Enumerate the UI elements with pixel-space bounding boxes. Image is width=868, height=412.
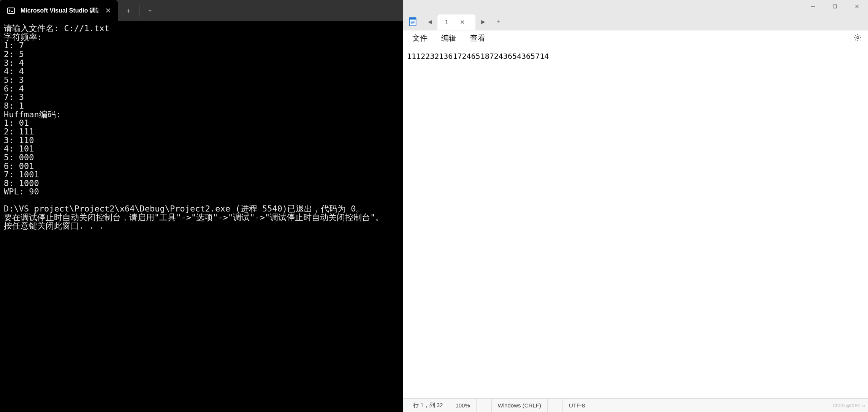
notepad-editor[interactable]: 1112232136172465187243654365714: [403, 46, 868, 398]
console-line: 按任意键关闭此窗口. . .: [4, 222, 399, 230]
console-line: 6: 4: [4, 85, 399, 93]
editor-content: 1112232136172465187243654365714: [407, 52, 549, 61]
close-icon[interactable]: ✕: [460, 19, 465, 26]
svg-point-8: [857, 36, 859, 39]
new-tab-button[interactable]: ＋: [491, 13, 506, 30]
console-line: 5: 000: [4, 153, 399, 162]
notepad-menubar: 文件 编辑 查看: [403, 30, 868, 46]
console-line: 4: 101: [4, 145, 399, 153]
console-line: 3: 110: [4, 136, 399, 145]
console-line: 字符频率:: [4, 33, 399, 42]
status-eol: Windows (CRLF): [492, 399, 548, 412]
svg-rect-0: [8, 8, 14, 14]
console-line: 8: 1: [4, 102, 399, 110]
menu-file[interactable]: 文件: [405, 31, 434, 46]
console-line: Huffman编码:: [4, 110, 399, 119]
console-line: 要在调试停止时自动关闭控制台，请启用"工具"->"选项"->"调试"->"调试停…: [4, 213, 399, 222]
console-line: 请输入文件名: C://1.txt: [4, 24, 399, 33]
console-line: 1: 01: [4, 119, 399, 128]
console-line: WPL: 90: [4, 188, 399, 196]
notepad-tab-label: 1: [445, 19, 448, 26]
menu-view[interactable]: 查看: [463, 31, 492, 46]
status-zoom[interactable]: 100%: [449, 399, 476, 412]
console-line: 2: 5: [4, 50, 399, 59]
console-titlebar: Microsoft Visual Studio 调试控 ✕ ＋: [0, 0, 403, 21]
notepad-statusbar: 行 1，列 32 100% Windows (CRLF) UTF-8 CSDN …: [403, 398, 868, 412]
console-output[interactable]: 请输入文件名: C://1.txt字符频率:1: 72: 53: 44: 45:…: [0, 21, 403, 412]
console-line: 3: 4: [4, 59, 399, 68]
console-line: 7: 3: [4, 93, 399, 102]
watermark-text: CSDN @CUGLin: [830, 403, 868, 408]
svg-rect-2: [833, 5, 837, 8]
console-line: 7: 1001: [4, 170, 399, 179]
terminal-icon: [7, 6, 15, 15]
next-tab-button[interactable]: ▶: [475, 13, 491, 30]
notepad-tabbar: ◀ 1 ✕ ▶ ＋: [403, 13, 868, 30]
console-tab[interactable]: Microsoft Visual Studio 调试控 ✕: [0, 0, 118, 21]
console-line: 5: 3: [4, 76, 399, 85]
notepad-window: ◀ 1 ✕ ▶ ＋ 文件 编辑 查看 111223213617246518724…: [403, 0, 868, 412]
status-encoding: UTF-8: [563, 399, 591, 412]
console-line: 4: 4: [4, 67, 399, 76]
console-line: 6: 001: [4, 162, 399, 171]
status-gap: [477, 399, 492, 412]
notepad-tab[interactable]: 1 ✕: [437, 14, 475, 30]
dropdown-button[interactable]: [139, 0, 161, 21]
notepad-titlebar: [403, 0, 868, 13]
console-line: 2: 111: [4, 128, 399, 136]
new-tab-button[interactable]: ＋: [118, 0, 139, 21]
settings-button[interactable]: [847, 31, 868, 46]
maximize-button[interactable]: [824, 0, 846, 13]
console-line: 1: 7: [4, 41, 399, 50]
notepad-icon: [403, 13, 422, 30]
menu-edit[interactable]: 编辑: [434, 31, 463, 46]
console-window: Microsoft Visual Studio 调试控 ✕ ＋ 请输入文件名: …: [0, 0, 403, 412]
console-line: 8: 1000: [4, 179, 399, 188]
console-tab-title: Microsoft Visual Studio 调试控: [21, 7, 98, 15]
close-button[interactable]: [846, 0, 868, 13]
close-icon[interactable]: ✕: [104, 5, 112, 16]
status-position: 行 1，列 32: [407, 399, 449, 412]
prev-tab-button[interactable]: ◀: [422, 13, 437, 30]
minimize-button[interactable]: [802, 0, 824, 13]
status-gap: [548, 399, 563, 412]
svg-rect-4: [409, 17, 416, 19]
console-line: D:\VS project\Project2\x64\Debug\Project…: [4, 205, 399, 213]
